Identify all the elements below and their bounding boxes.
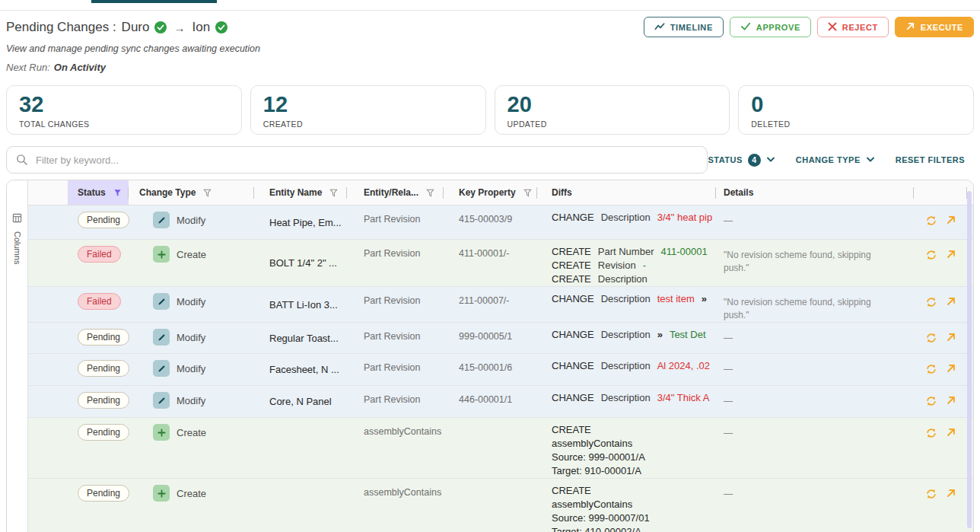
pending-changes-table: Columns Status Change Type xyxy=(6,180,974,532)
push-change-icon[interactable] xyxy=(946,215,956,239)
change-type-label: Modify xyxy=(177,215,205,226)
push-change-icon[interactable] xyxy=(946,395,956,417)
push-change-icon[interactable] xyxy=(946,249,956,286)
reset-filters-button[interactable]: RESET FILTERS xyxy=(896,155,965,164)
diff-line: assemblyContains xyxy=(552,498,716,511)
columns-panel-toggle[interactable]: Columns xyxy=(7,180,28,532)
timeline-button[interactable]: TIMELINE xyxy=(644,17,724,37)
diff-segment: assemblyContains xyxy=(552,499,632,510)
top-divider xyxy=(0,10,980,11)
diff-line: Source: 999-00001/A xyxy=(552,451,716,464)
push-change-icon[interactable] xyxy=(946,332,956,353)
status-badge: Pending xyxy=(78,360,129,377)
stat-label: TOTAL CHANGES xyxy=(19,119,229,129)
entity-name-filter-funnel-icon[interactable] xyxy=(329,188,339,198)
diff-segment: 3/4" heat pip xyxy=(657,212,713,223)
status-badge: Pending xyxy=(78,424,129,441)
table-row: PendingModifyCore, N PanelPart Revision4… xyxy=(28,386,973,418)
filter-bar: STATUS 4 CHANGE TYPE RESET FILTERS xyxy=(6,146,974,174)
push-change-icon[interactable] xyxy=(946,488,956,532)
row-actions-cell xyxy=(914,418,967,478)
timeline-button-label: TIMELINE xyxy=(670,23,713,32)
column-header-label: Details xyxy=(724,187,753,198)
column-header-entity-name: Entity Name xyxy=(254,180,347,205)
retry-sync-icon[interactable] xyxy=(925,296,937,322)
retry-sync-icon[interactable] xyxy=(925,249,937,286)
push-change-icon[interactable] xyxy=(946,296,956,322)
key-property-filter-funnel-icon[interactable] xyxy=(523,188,533,198)
entity-name-cell: BOLT 1/4" 2" ... xyxy=(254,240,347,286)
retry-sync-icon[interactable] xyxy=(925,427,937,478)
source-connected-check-icon xyxy=(154,21,167,33)
entity-relationship-cell: Part Revision xyxy=(347,323,444,342)
retry-sync-icon[interactable] xyxy=(925,363,937,385)
diff-segment: CREATE xyxy=(552,260,591,271)
drag-handle-column-header xyxy=(28,180,68,205)
push-change-icon[interactable] xyxy=(946,427,956,478)
table-row: FailedModifyBATT Li-Ion 3...Part Revisio… xyxy=(28,287,973,323)
change-type-cell: Create xyxy=(129,418,254,441)
entity-relationship-filter-funnel-icon[interactable] xyxy=(425,188,435,198)
column-header-change-type: Change Type xyxy=(129,180,254,205)
stat-label: CREATED xyxy=(263,119,473,129)
change-type-label: Create xyxy=(177,488,206,499)
change-type-filter-funnel-icon[interactable] xyxy=(202,188,212,198)
details-cell: — xyxy=(716,354,914,376)
diffs-cell: CHANGEDescription»Test Det xyxy=(537,323,716,342)
diff-segment: Target: 910-00001/A xyxy=(552,465,641,476)
status-filter-funnel-icon-active[interactable] xyxy=(113,188,123,198)
change-type-filter-dropdown[interactable]: CHANGE TYPE xyxy=(796,153,875,167)
push-change-icon[interactable] xyxy=(946,363,956,385)
diff-line: CHANGEDescription3/4" Thick A xyxy=(552,391,716,405)
entity-relationship-cell: Part Revision xyxy=(347,205,444,225)
approve-button-label: APPROVE xyxy=(756,23,800,32)
row-actions-cell xyxy=(914,287,967,322)
diff-segment: CHANGE xyxy=(552,392,594,403)
retry-sync-icon[interactable] xyxy=(925,395,937,417)
diff-segment: » xyxy=(702,293,707,304)
table-row: PendingModifyFacesheet, N ...Part Revisi… xyxy=(28,354,973,386)
status-cell: Pending xyxy=(68,354,129,377)
stat-value: 20 xyxy=(508,93,718,117)
entity-relationship-cell: Part Revision xyxy=(347,240,444,259)
reject-button[interactable]: REJECT xyxy=(817,17,889,37)
diff-segment: Description xyxy=(601,293,651,304)
change-type-filter-label: CHANGE TYPE xyxy=(796,155,861,164)
diff-segment: CHANGE xyxy=(552,293,594,304)
diffs-cell: CHANGEDescriptiontest item» xyxy=(537,287,716,306)
retry-sync-icon[interactable] xyxy=(925,488,937,532)
execute-button[interactable]: EXECUTE xyxy=(895,17,974,37)
diff-segment: Description xyxy=(601,392,651,403)
change-type-label: Modify xyxy=(177,395,205,406)
diff-line: Target: 910-00001/A xyxy=(552,464,716,478)
columns-grid-icon xyxy=(12,212,22,226)
vertical-scrollbar[interactable] xyxy=(967,191,972,528)
status-badge: Pending xyxy=(78,485,129,502)
reset-filters-label: RESET FILTERS xyxy=(896,155,965,164)
row-actions-cell xyxy=(914,354,967,385)
next-run-value: On Activity xyxy=(54,62,106,73)
retry-sync-icon[interactable] xyxy=(925,215,937,239)
table-row: PendingModifyHeat Pipe, Em...Part Revisi… xyxy=(28,205,973,240)
status-badge: Failed xyxy=(78,246,121,263)
diff-line: CREATEPart Number411-00001 xyxy=(552,245,716,259)
change-type-cell: Modify xyxy=(129,354,254,377)
columns-panel-label: Columns xyxy=(13,231,22,264)
column-header-entity-relationship: Entity/Rela... xyxy=(347,180,444,205)
modify-icon xyxy=(153,212,170,228)
diff-segment: CREATE xyxy=(552,485,591,496)
change-type-cell: Modify xyxy=(129,386,254,409)
diff-segment: Description xyxy=(598,273,648,285)
approve-button[interactable]: APPROVE xyxy=(730,17,811,37)
diff-segment: Description xyxy=(601,360,651,371)
diff-line: CREATE xyxy=(552,423,716,437)
status-filter-dropdown[interactable]: STATUS 4 xyxy=(708,153,775,167)
diff-line: CHANGEDescriptiontest item» xyxy=(552,292,716,306)
retry-sync-icon[interactable] xyxy=(925,332,937,353)
stat-label: DELETED xyxy=(751,119,961,129)
details-cell: "No revision scheme found, skipping push… xyxy=(716,287,914,322)
status-badge: Pending xyxy=(78,329,129,346)
keyword-filter-input[interactable] xyxy=(6,146,708,174)
stat-value: 0 xyxy=(751,93,961,117)
active-tab-indicator[interactable] xyxy=(91,0,217,3)
